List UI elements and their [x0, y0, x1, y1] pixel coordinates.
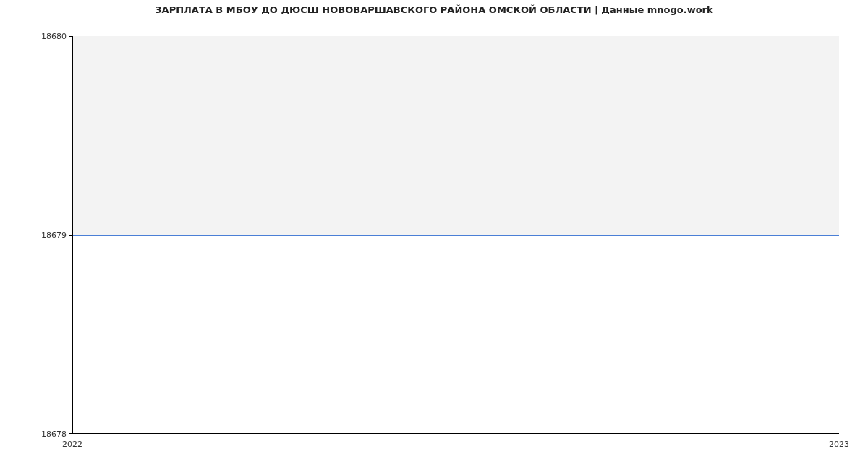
plot-area — [72, 36, 839, 434]
y-tick — [69, 235, 73, 236]
y-tick-label: 18680 — [41, 32, 67, 41]
chart-container: ЗАРПЛАТА В МБОУ ДО ДЮСШ НОВОВАРШАВСКОГО … — [0, 0, 868, 470]
fill-region — [73, 36, 839, 235]
x-tick-label: 2022 — [62, 440, 82, 449]
y-tick — [69, 433, 73, 434]
x-tick-label: 2023 — [829, 440, 849, 449]
y-tick-label: 18679 — [41, 231, 67, 240]
y-tick — [69, 36, 73, 37]
data-line — [73, 235, 839, 236]
chart-title: ЗАРПЛАТА В МБОУ ДО ДЮСШ НОВОВАРШАВСКОГО … — [0, 4, 868, 15]
y-tick-label: 18678 — [41, 430, 67, 439]
